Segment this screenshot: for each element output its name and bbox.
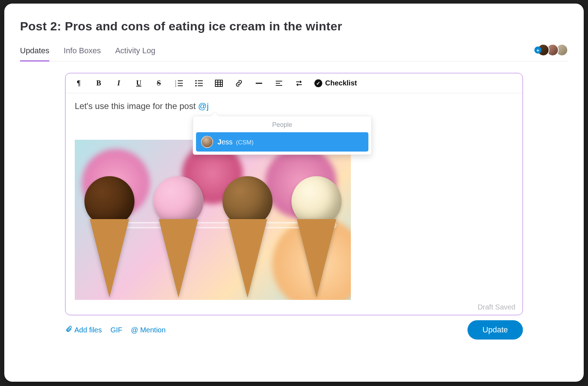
attached-image[interactable]	[75, 140, 351, 300]
ice-cream-cone	[221, 176, 274, 298]
tab-updates[interactable]: Updates	[20, 46, 49, 61]
link-icon[interactable]	[234, 80, 244, 87]
checklist-label: Checklist	[325, 79, 357, 87]
paperclip-icon	[65, 326, 72, 335]
update-editor: ¶ B I U S 123	[65, 73, 523, 315]
add-member-button[interactable]: +	[534, 46, 542, 54]
tabs: Updates Info Boxes Activity Log	[20, 46, 155, 61]
ordered-list-icon[interactable]: 123	[174, 80, 183, 87]
add-files-button[interactable]: Add files	[65, 326, 102, 335]
tab-info-boxes[interactable]: Info Boxes	[64, 46, 101, 61]
checklist-button[interactable]: ✓ Checklist	[314, 79, 357, 87]
avatar	[201, 136, 213, 148]
update-button[interactable]: Update	[467, 320, 523, 340]
text-before-mention: Let's use this image for the post	[75, 101, 198, 111]
mention-button[interactable]: @ Mention	[131, 326, 166, 334]
draft-saved-status: Draft Saved	[477, 303, 515, 311]
tab-activity-log[interactable]: Activity Log	[115, 46, 156, 61]
svg-point-10	[195, 83, 197, 84]
svg-rect-12	[215, 80, 222, 86]
gif-button[interactable]: GIF	[111, 326, 122, 334]
paragraph-format-icon[interactable]: ¶	[74, 79, 83, 87]
svg-text:2: 2	[175, 82, 176, 85]
mention-person-role: (CSM)	[236, 139, 254, 146]
item-title: Post 2: Pros and cons of eating ice crea…	[20, 19, 568, 33]
mention-person-name: Jess (CSM)	[217, 138, 254, 146]
add-files-label: Add files	[74, 326, 102, 334]
members-cluster: +	[534, 44, 568, 56]
svg-text:3: 3	[175, 85, 176, 87]
ice-cream-cone	[83, 176, 136, 298]
align-icon[interactable]	[274, 80, 284, 87]
underline-icon[interactable]: U	[134, 79, 143, 87]
mention-person-row[interactable]: Jess (CSM)	[196, 132, 368, 152]
editor-content[interactable]: Let's use this image for the post @j Dra…	[65, 93, 523, 315]
content-text-line: Let's use this image for the post @j	[75, 101, 513, 111]
horizontal-rule-icon[interactable]	[254, 80, 264, 87]
table-icon[interactable]	[214, 80, 224, 87]
bold-icon[interactable]: B	[94, 79, 103, 87]
svg-point-11	[195, 85, 197, 86]
svg-text:1: 1	[175, 80, 176, 82]
mention-token[interactable]: @j	[198, 101, 209, 111]
item-detail-panel: Post 2: Pros and cons of eating ice crea…	[4, 4, 584, 382]
editor-actions-row: Add files GIF @ Mention Update	[65, 320, 523, 340]
unordered-list-icon[interactable]	[194, 80, 204, 87]
ice-cream-cone	[290, 176, 343, 298]
ice-cream-cone	[152, 176, 205, 298]
strikethrough-icon[interactable]: S	[154, 79, 163, 87]
tabs-row: Updates Info Boxes Activity Log +	[20, 46, 568, 61]
mention-popup-section-label: People	[196, 120, 368, 132]
italic-icon[interactable]: I	[114, 79, 123, 87]
update-editor-wrap: ¶ B I U S 123	[65, 73, 523, 340]
mention-popup: People Jess (CSM)	[193, 116, 372, 155]
svg-point-9	[195, 80, 197, 81]
editor-toolbar: ¶ B I U S 123	[65, 73, 523, 93]
check-circle-icon: ✓	[314, 79, 322, 87]
text-direction-icon[interactable]	[294, 80, 304, 87]
